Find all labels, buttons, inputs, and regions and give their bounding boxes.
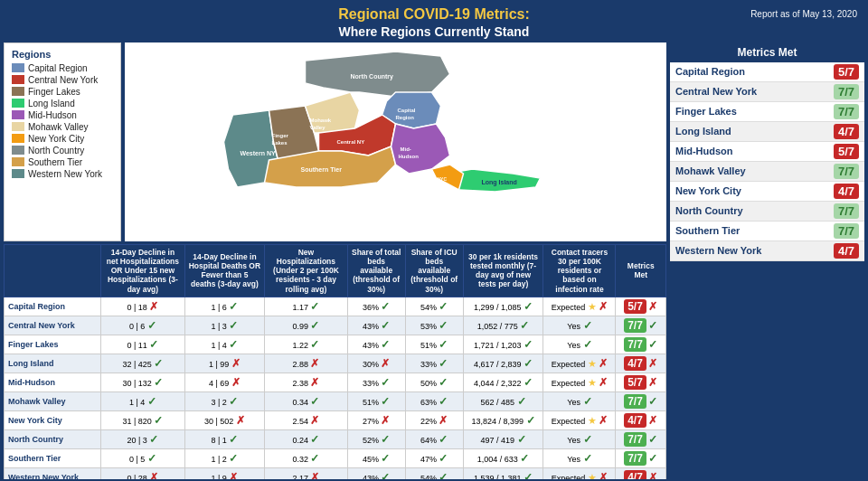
check-icon: ✓ — [583, 338, 592, 351]
col4-cell: 43% ✓ — [347, 335, 405, 354]
score-badge: 5/7 — [624, 299, 646, 314]
svg-text:Western NY: Western NY — [241, 150, 276, 156]
legend-item: North Country — [12, 146, 113, 156]
metrics-region-name: Western New York — [670, 240, 812, 260]
legend-label: New York City — [28, 134, 84, 144]
col1-cell: 30 | 132 ✓ — [101, 373, 184, 391]
legend-item: Central New York — [12, 75, 113, 85]
col1-cell: 1 | 4 ✓ — [101, 391, 184, 410]
score-cell: 5/7 ✗ — [616, 373, 666, 391]
check-icon: ✓ — [149, 338, 158, 351]
col2-cell: 1 | 99 ✗ — [184, 354, 265, 373]
col1-cell: 31 | 820 ✓ — [101, 410, 184, 429]
check-icon: ✓ — [439, 376, 448, 389]
check-icon: ✓ — [524, 471, 533, 479]
col7-cell: Yes ✓ — [543, 316, 616, 335]
check-icon: ✓ — [583, 319, 592, 332]
metrics-region-name: Central New York — [670, 81, 812, 101]
cross-icon: ✗ — [149, 471, 158, 479]
score-badge: 4/7 — [624, 356, 646, 371]
col7-cell: Expected ★ ✗ — [543, 373, 616, 391]
col-header-2: 14-Day Decline in Hospital Deaths OR Few… — [184, 244, 265, 297]
col1-cell: 32 | 425 ✓ — [101, 354, 184, 373]
check-icon: ✓ — [583, 395, 592, 408]
check-icon: ✓ — [154, 376, 163, 389]
score-badge: 5/7 — [624, 375, 646, 390]
metrics-region-name: Long Island — [670, 121, 812, 141]
cross-icon: ✗ — [599, 357, 608, 370]
check-icon: ✓ — [381, 452, 390, 465]
col6-cell: 1,299 / 1,085 ✓ — [463, 297, 543, 316]
check-icon: ✓ — [381, 319, 390, 332]
col6-cell: 4,617 / 2,839 ✓ — [463, 354, 543, 373]
col-header-1: 14-Day Decline in net Hospitalizations O… — [101, 244, 184, 297]
legend-title: Regions — [12, 49, 113, 60]
table-row: New York City 31 | 820 ✓ 30 | 502 ✗ 2.54… — [5, 410, 666, 429]
metrics-row: New York City 4/7 — [670, 181, 864, 201]
check-icon: ✓ — [310, 319, 319, 332]
legend-label: North Country — [28, 146, 84, 156]
cross-icon: ✗ — [236, 414, 245, 427]
metrics-score: 7/7 — [812, 201, 864, 221]
check-icon: ✓ — [229, 300, 238, 313]
legend-swatch — [12, 87, 24, 96]
metrics-region-name: North Country — [670, 201, 812, 221]
table-row: Central New York 0 | 6 ✓ 1 | 3 ✓ 0.99 ✓ … — [5, 316, 666, 335]
legend-item: Capital Region — [12, 63, 113, 73]
metrics-row: Western New York 4/7 — [670, 240, 864, 260]
legend-item: Mohawk Valley — [12, 122, 113, 132]
col5-cell: 47% ✓ — [405, 448, 463, 467]
cross-icon: ✗ — [310, 357, 319, 370]
page-title-line2: Where Regions Currently Stand — [4, 24, 864, 39]
legend-item: Southern Tier — [12, 157, 113, 167]
col4-cell: 33% ✓ — [347, 373, 405, 391]
col4-cell: 36% ✓ — [347, 297, 405, 316]
col2-cell: 1 | 9 ✗ — [184, 467, 265, 479]
col5-cell: 63% ✓ — [405, 391, 463, 410]
col1-cell: 0 | 6 ✓ — [101, 316, 184, 335]
row-region-label: Mid-Hudson — [5, 373, 101, 391]
check-icon: ✓ — [381, 338, 390, 351]
check-icon: ✓ — [439, 471, 448, 479]
check-icon: ✓ — [149, 433, 158, 446]
ny-map: Western NY Finger Lakes Mohawk Valley No… — [125, 42, 666, 241]
check-icon: ✓ — [524, 300, 533, 313]
check-icon: ✓ — [583, 433, 592, 446]
check-icon: ✓ — [154, 357, 163, 370]
cross-icon: ✗ — [231, 376, 241, 389]
col2-cell: 4 | 69 ✗ — [184, 373, 265, 391]
cross-icon: ✗ — [381, 357, 390, 370]
legend-box: Regions Capital RegionCentral New YorkFi… — [4, 42, 121, 241]
col5-cell: 54% ✓ — [405, 467, 463, 479]
svg-text:Lakes: Lakes — [272, 140, 288, 146]
metrics-score: 4/7 — [812, 240, 864, 260]
metrics-summary-table: Metrics Met Capital Region 5/7 Central N… — [670, 42, 864, 261]
score-badge: 7/7 — [624, 337, 646, 352]
col3-cell: 0.24 ✓ — [265, 429, 347, 448]
svg-text:Central NY: Central NY — [337, 139, 365, 145]
legend-swatch — [12, 146, 24, 155]
svg-text:Region: Region — [396, 115, 415, 120]
page-header: Regional COVID-19 Metrics: Where Regions… — [0, 0, 868, 42]
col6-cell: 497 / 419 ✓ — [463, 429, 543, 448]
row-region-label: Finger Lakes — [5, 335, 101, 354]
star-icon: ★ — [588, 301, 597, 312]
col4-cell: 43% ✓ — [347, 316, 405, 335]
star-icon: ★ — [588, 377, 597, 388]
metrics-header: Metrics Met — [670, 42, 864, 62]
legend-item: Finger Lakes — [12, 87, 113, 97]
score-badge: 7/7 — [624, 432, 646, 447]
check-icon: ✓ — [517, 395, 526, 408]
col4-cell: 45% ✓ — [347, 448, 405, 467]
metrics-score: 7/7 — [812, 81, 864, 101]
metrics-region-name: Finger Lakes — [670, 101, 812, 121]
cross-icon: ✗ — [381, 414, 390, 427]
row-region-label: Southern Tier — [5, 448, 101, 467]
col5-cell: 54% ✓ — [405, 297, 463, 316]
metrics-region-name: Mohawk Valley — [670, 161, 812, 181]
legend-swatch — [12, 63, 24, 72]
svg-text:Mohawk: Mohawk — [310, 118, 332, 123]
check-icon: ✓ — [229, 319, 238, 332]
col7-cell: Yes ✓ — [543, 335, 616, 354]
col3-cell: 0.99 ✓ — [265, 316, 347, 335]
